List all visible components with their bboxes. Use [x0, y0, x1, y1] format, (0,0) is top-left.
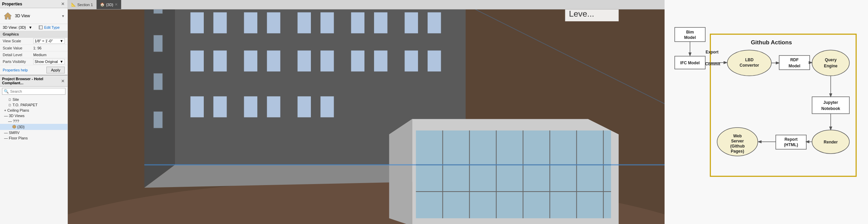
svg-text:Bim: Bim	[686, 30, 694, 35]
project-tree: 🗋 Site 🗋 T.O. PARAPET + Ceiling Plans — …	[0, 96, 67, 224]
svg-marker-3	[13, 125, 16, 129]
list-item[interactable]: — 3D Views	[0, 113, 67, 118]
properties-panel: Properties ✕ 3D View ▼ 3D View: {3D} ▼ E…	[0, 0, 68, 224]
diagram-svg: Bim Model IFC Model Github Actions Expor…	[671, 17, 861, 193]
graphics-section-header: Graphics	[0, 31, 67, 38]
edit-type-link[interactable]: Edit Type	[44, 25, 60, 29]
view-scale-label: View Scale	[3, 39, 33, 43]
svg-rect-40	[320, 12, 334, 33]
svg-rect-35	[190, 12, 204, 33]
svg-rect-41	[351, 12, 365, 33]
svg-rect-51	[351, 50, 365, 72]
svg-text:Model: Model	[789, 64, 801, 68]
view-scale-arrow: ▼	[60, 39, 63, 43]
tab-section1[interactable]: 📐 Section 1	[68, 0, 97, 9]
svg-marker-0	[4, 13, 12, 19]
tab-3d-label: {3D}	[106, 3, 113, 7]
svg-rect-64	[154, 73, 163, 90]
detail-level-label: Detail Level	[3, 53, 33, 57]
tree-item-label: Ceiling Plans	[7, 108, 29, 112]
tree-item-label: Floor Plans	[9, 136, 28, 140]
parts-visibility-dropdown[interactable]: Show Original ▼	[33, 59, 65, 64]
list-item[interactable]: — ???	[0, 118, 67, 124]
svg-rect-43	[405, 12, 418, 33]
list-item[interactable]: 🗋 T.O. PARAPET	[0, 102, 67, 108]
tree-collapse-icon: —	[4, 136, 8, 140]
svg-rect-50	[320, 50, 334, 72]
building-viewport: Leve...	[68, 9, 665, 224]
svg-text:Report: Report	[785, 137, 798, 142]
detail-level-value: Medium	[33, 53, 65, 57]
tree-collapse-icon: —	[8, 119, 12, 123]
house-icon	[3, 11, 13, 21]
svg-text:Query: Query	[825, 58, 837, 62]
view3d-icon	[12, 125, 16, 129]
apply-button[interactable]: Apply	[46, 67, 65, 73]
svg-rect-36	[213, 12, 227, 33]
svg-rect-63	[154, 35, 163, 52]
svg-rect-53	[405, 50, 418, 72]
svg-rect-46	[213, 50, 227, 72]
svg-rect-52	[374, 50, 388, 72]
search-input[interactable]	[10, 89, 64, 93]
svg-rect-58	[267, 96, 281, 117]
svg-text:Render: Render	[824, 140, 838, 144]
tree-collapse-icon: —	[4, 114, 8, 118]
list-item[interactable]: 🗋 Site	[0, 97, 67, 102]
svg-text:LBD: LBD	[745, 58, 754, 62]
scale-value-row: Scale Value 1: 96	[0, 45, 67, 51]
svg-text:Web: Web	[733, 134, 742, 138]
svg-rect-47	[244, 50, 258, 72]
parts-visibility-arrow: ▼	[60, 60, 63, 64]
svg-rect-38	[267, 12, 281, 33]
project-browser-header: Project Browser - Hotel Compliant... ✕	[0, 75, 67, 87]
svg-text:Leve...: Leve...	[569, 9, 594, 18]
list-item[interactable]: + Ceiling Plans	[0, 108, 67, 113]
main-viewport: 📐 Section 1 🏠 {3D} ✕	[68, 0, 665, 224]
page-icon: 🗋	[8, 98, 12, 102]
github-actions-diagram: Bim Model IFC Model Github Actions Expor…	[671, 17, 861, 207]
list-item[interactable]: — SMRV	[0, 130, 67, 135]
svg-text:Export: Export	[706, 50, 718, 54]
svg-marker-67	[389, 119, 412, 224]
svg-rect-55	[190, 96, 204, 117]
view-3d-label: 3D View: {3D}	[3, 25, 26, 29]
svg-rect-39	[297, 12, 311, 33]
tree-expand-icon: +	[4, 108, 6, 112]
svg-rect-42	[374, 12, 388, 33]
view-type-dropdown-arrow[interactable]: ▼	[61, 14, 65, 18]
viewport-canvas: Leve...	[68, 9, 665, 224]
diagram-panel: Bim Model IFC Model Github Actions Expor…	[665, 0, 868, 224]
tree-item-label: SMRV	[9, 131, 20, 135]
tree-item-label: 3D Views	[9, 114, 24, 118]
properties-help-link[interactable]: Properties help	[3, 68, 28, 72]
tree-item-label: Site	[13, 97, 19, 102]
tab-close-icon[interactable]: ✕	[115, 2, 118, 7]
search-icon: 🔍	[4, 89, 9, 94]
tab-bar: 📐 Section 1 🏠 {3D} ✕	[68, 0, 665, 9]
svg-rect-60	[320, 96, 334, 117]
view-scale-dropdown[interactable]: 1/8" = 1'-0" ▼	[33, 38, 65, 44]
svg-rect-48	[267, 50, 281, 72]
svg-text:Notebook: Notebook	[821, 106, 840, 111]
list-item[interactable]: — Floor Plans	[0, 135, 67, 141]
svg-text:Server: Server	[731, 139, 744, 143]
svg-text:Commit: Commit	[705, 62, 721, 66]
properties-close-button[interactable]: ✕	[60, 1, 65, 6]
view-scale-row: View Scale 1/8" = 1'-0" ▼	[0, 38, 67, 45]
tab-section1-label: Section 1	[77, 3, 93, 7]
tab-3d[interactable]: 🏠 {3D} ✕	[97, 0, 121, 9]
svg-text:IFC Model: IFC Model	[680, 61, 699, 65]
project-browser-close-button[interactable]: ✕	[60, 79, 65, 84]
view-scale-value: 1/8" = 1'-0"	[35, 39, 53, 43]
svg-text:Model: Model	[684, 35, 696, 40]
parts-visibility-value: Show Original	[35, 60, 58, 64]
svg-rect-1	[39, 26, 42, 29]
svg-rect-44	[428, 12, 441, 33]
view-type-label: 3D View	[15, 14, 59, 18]
svg-rect-59	[297, 96, 311, 117]
search-box: 🔍	[2, 88, 65, 95]
list-item[interactable]: {3D}	[0, 124, 67, 130]
svg-rect-45	[190, 50, 204, 72]
detail-level-row: Detail Level Medium	[0, 51, 67, 58]
